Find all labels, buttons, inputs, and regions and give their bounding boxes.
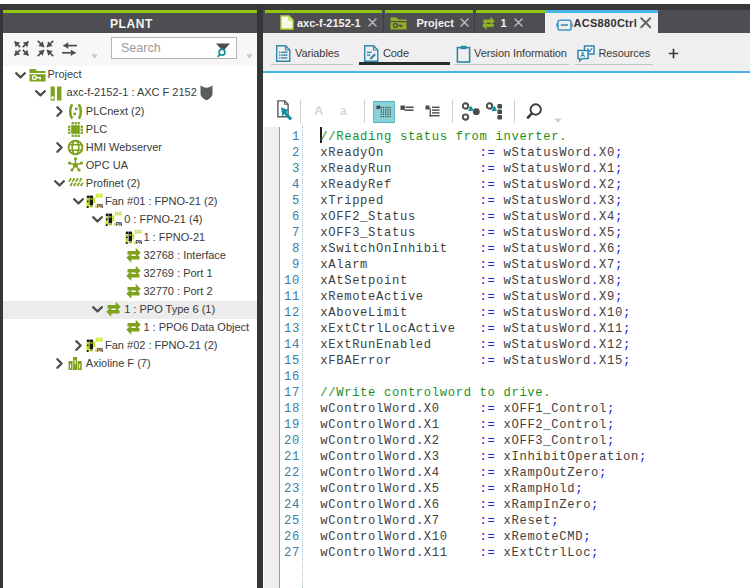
svg-text:PNO: PNO <box>97 348 103 353</box>
svg-text:PNO: PNO <box>136 240 142 245</box>
svg-text:PNO: PNO <box>97 204 103 209</box>
svg-text:A: A <box>580 51 585 58</box>
svg-text:PNO: PNO <box>116 222 122 227</box>
